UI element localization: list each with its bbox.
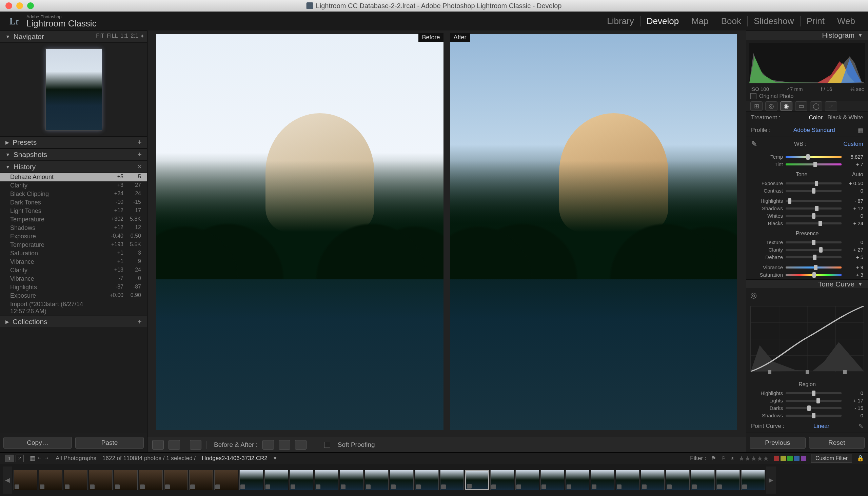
history-item[interactable]: Saturation+13 [0, 249, 147, 258]
region-darks-slider[interactable] [786, 407, 841, 409]
zoom-fill[interactable]: FILL [107, 33, 118, 39]
filename-menu-icon[interactable]: ▾ [274, 455, 277, 462]
history-item[interactable]: Exposure-0.400.50 [0, 232, 147, 241]
filmstrip-thumbnail[interactable] [290, 470, 313, 490]
preview-before[interactable]: Before [156, 34, 444, 430]
loupe-view-button[interactable] [152, 440, 164, 450]
histogram-header[interactable]: Histogram ▼ [746, 31, 868, 40]
module-slideshow[interactable]: Slideshow [748, 16, 801, 27]
filmstrip-thumbnail[interactable] [189, 470, 213, 490]
ba-copy-before-button[interactable] [279, 440, 290, 450]
filmstrip-thumbnail[interactable] [315, 470, 338, 490]
filmstrip-thumbnail[interactable] [666, 470, 689, 490]
window-zoom[interactable] [27, 2, 34, 9]
filmstrip-thumbnail[interactable] [716, 470, 740, 490]
history-item[interactable]: Exposure+0.000.90 [0, 292, 147, 300]
preview-after[interactable]: After [450, 34, 738, 430]
filmstrip-thumbnail[interactable] [415, 470, 439, 490]
snapshots-header[interactable]: ▼ Snapshots + [0, 149, 147, 161]
history-item[interactable]: Black Clipping+2424 [0, 190, 147, 198]
crop-tool-icon[interactable]: ⊞ [750, 102, 762, 111]
filmstrip-thumbnail[interactable] [741, 470, 765, 490]
custom-filter-dropdown[interactable]: Custom Filter [811, 454, 852, 463]
target-adjust-icon[interactable]: ◎ [750, 291, 757, 299]
filmstrip-thumbnail[interactable] [465, 470, 489, 490]
tone-curve-editor[interactable] [750, 306, 864, 372]
histogram-display[interactable] [749, 43, 865, 83]
treatment-bw[interactable]: Black & White [827, 114, 863, 121]
history-item[interactable]: Highlights-87-87 [0, 283, 147, 292]
filmstrip-thumbnail[interactable] [541, 470, 564, 490]
go-back-icon[interactable]: ← [36, 455, 42, 462]
temp-slider[interactable] [786, 156, 841, 158]
dehaze-slider[interactable] [786, 256, 841, 258]
history-header[interactable]: ▼ History × [0, 161, 147, 173]
filmstrip-source[interactable]: All Photographs [56, 455, 96, 462]
filter-rating-compare-icon[interactable]: ≥ [731, 455, 734, 462]
redeye-tool-icon[interactable]: ◉ [780, 102, 792, 111]
filmstrip-thumbnail[interactable] [64, 470, 88, 490]
tonecurve-header[interactable]: Tone Curve ▼ [746, 279, 868, 289]
go-forward-icon[interactable]: → [44, 455, 49, 462]
brush-tool-icon[interactable]: ⟋ [825, 102, 837, 111]
module-map[interactable]: Map [685, 16, 715, 27]
tone-auto-button[interactable]: Auto [852, 172, 863, 177]
zoom-2-1[interactable]: 2:1 [131, 33, 138, 39]
filmstrip-thumbnail[interactable] [565, 470, 589, 490]
edit-pointcurve-icon[interactable]: ✎ [858, 423, 863, 430]
filmstrip-thumbnail[interactable] [490, 470, 514, 490]
history-item[interactable]: Vibrance+19 [0, 258, 147, 266]
zoom-menu-icon[interactable]: ♦ [141, 33, 144, 39]
filmstrip-next[interactable]: ▶ [766, 466, 776, 494]
wb-picker[interactable]: Custom [843, 141, 863, 148]
history-item[interactable]: Temperature+3025.8K [0, 215, 147, 224]
filmstrip-thumbnail[interactable] [14, 470, 37, 490]
filter-stars[interactable]: ★★★★★ [739, 454, 769, 462]
filmstrip-thumbnail[interactable] [164, 470, 188, 490]
saturation-slider[interactable] [786, 274, 841, 276]
zoom-1-1[interactable]: 1:1 [120, 33, 128, 39]
highlights-slider[interactable] [786, 200, 841, 202]
filmstrip-prev[interactable]: ◀ [3, 466, 12, 494]
filmstrip-thumbnail[interactable] [214, 470, 238, 490]
exposure-slider[interactable] [786, 182, 841, 184]
history-item[interactable]: Vibrance-70 [0, 275, 147, 283]
module-library[interactable]: Library [601, 16, 640, 27]
gradient-tool-icon[interactable]: ▭ [795, 102, 807, 111]
filter-color-labels[interactable] [774, 456, 806, 461]
filmstrip-thumbnail[interactable] [365, 470, 389, 490]
window-close[interactable] [5, 2, 12, 9]
grid-view-icon[interactable]: ▦ [30, 455, 35, 462]
vibrance-slider[interactable] [786, 266, 841, 268]
module-develop[interactable]: Develop [640, 16, 685, 27]
curve-split-handle[interactable] [768, 370, 771, 374]
blacks-slider[interactable] [786, 222, 841, 224]
tint-slider[interactable] [786, 164, 841, 166]
clarity-slider[interactable] [786, 249, 841, 251]
module-web[interactable]: Web [831, 16, 861, 27]
history-item[interactable]: Import (*2013start (6/27/14 12:57:26 AM) [0, 300, 147, 316]
treatment-color[interactable]: Color [809, 114, 823, 121]
presets-header[interactable]: ▶ Presets + [0, 136, 147, 149]
texture-slider[interactable] [786, 242, 841, 244]
navigator-thumbnail[interactable] [46, 49, 102, 130]
before-after-view-button[interactable] [169, 440, 180, 450]
profile-browser-icon[interactable]: ▦ [858, 127, 863, 134]
history-item[interactable]: Dehaze Amount+55 [0, 173, 147, 181]
filmstrip-thumbnail[interactable] [440, 470, 464, 490]
filter-reject-icon[interactable]: ⚐ [721, 455, 726, 462]
filmstrip-thumbnail[interactable] [340, 470, 363, 490]
filmstrip-thumbnail[interactable] [515, 470, 539, 490]
radial-tool-icon[interactable]: ◯ [810, 102, 822, 111]
history-item[interactable]: Light Tones+1217 [0, 207, 147, 215]
ba-copy-after-button[interactable] [295, 440, 307, 450]
copy-button[interactable]: Copy… [3, 437, 72, 449]
window-minimize[interactable] [16, 2, 23, 9]
ba-swap-button[interactable] [262, 440, 274, 450]
shadows-slider[interactable] [786, 207, 841, 210]
history-item[interactable]: Clarity+1324 [0, 266, 147, 275]
original-photo-checkbox[interactable] [750, 93, 757, 99]
main-window-button[interactable]: 1 [5, 455, 14, 462]
filmstrip-thumbnail[interactable] [139, 470, 163, 490]
add-collection-icon[interactable]: + [137, 317, 142, 326]
